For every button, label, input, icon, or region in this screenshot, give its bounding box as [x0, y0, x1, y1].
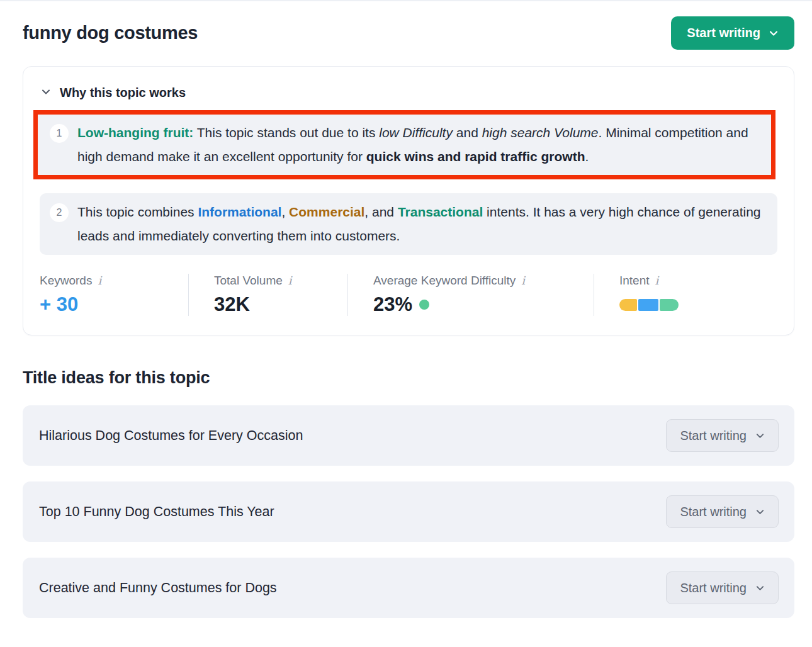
stat-keywords: Keywords i + 30 — [40, 274, 189, 316]
difficulty-label: Average Keyword Difficulty — [373, 274, 516, 288]
intent-segment-transactional — [660, 299, 679, 311]
why-topic-card-header[interactable]: Why this topic works — [40, 81, 777, 110]
topic-point-2: 2 This topic combines Informational, Com… — [40, 193, 777, 255]
total-volume-label: Total Volume — [214, 274, 283, 288]
point-number-badge: 1 — [50, 124, 69, 143]
why-topic-card-title: Why this topic works — [60, 86, 186, 100]
title-idea-text: Hilarious Dog Costumes for Every Occasio… — [39, 428, 303, 444]
title-idea-row: Hilarious Dog Costumes for Every Occasio… — [23, 405, 794, 466]
why-topic-card: Why this topic works 1 Low-hanging fruit… — [23, 66, 794, 335]
title-idea-row: Creative and Funny Costumes for Dogs Sta… — [23, 558, 794, 618]
info-icon[interactable]: i — [521, 275, 525, 286]
row-start-writing-button[interactable]: Start writing — [666, 419, 779, 452]
intent-label: Intent — [619, 274, 650, 288]
row-start-writing-label: Start writing — [680, 429, 747, 443]
row-start-writing-button[interactable]: Start writing — [666, 495, 779, 528]
intent-bar — [619, 299, 679, 311]
topic-stats-row: Keywords i + 30 Total Volume i 32K Avera… — [40, 274, 777, 316]
stat-total-volume: Total Volume i 32K — [189, 274, 348, 316]
chevron-down-icon — [769, 28, 779, 38]
intent-segment-commercial — [619, 299, 637, 311]
intent-segment-informational — [638, 299, 658, 311]
point-2-text: This topic combines Informational, Comme… — [77, 200, 765, 248]
row-start-writing-button[interactable]: Start writing — [666, 571, 779, 604]
difficulty-value: 23% — [373, 293, 412, 316]
total-volume-value: 32K — [214, 293, 347, 316]
commercial-intent-label: Commercial — [289, 205, 364, 219]
informational-intent-label: Informational — [198, 205, 281, 219]
page-header: funny dog costumes Start writing — [23, 1, 794, 50]
keywords-value: + 30 — [40, 293, 188, 316]
chevron-down-icon — [755, 507, 765, 517]
title-idea-text: Top 10 Funny Dog Costumes This Year — [39, 504, 274, 520]
transactional-intent-label: Transactional — [398, 205, 483, 219]
topic-page: funny dog costumes Start writing Why thi… — [0, 1, 812, 646]
stat-keyword-difficulty: Average Keyword Difficulty i 23% — [348, 274, 594, 316]
point-1-text: Low-hanging fruit: This topic stands out… — [77, 121, 758, 169]
collapse-chevron-icon[interactable] — [41, 87, 51, 99]
title-ideas-heading: Title ideas for this topic — [23, 368, 794, 388]
chevron-down-icon — [755, 431, 765, 441]
start-writing-button-label: Start writing — [687, 26, 760, 40]
info-icon[interactable]: i — [655, 275, 659, 286]
stat-intent: Intent i — [594, 274, 777, 316]
chevron-down-icon — [755, 583, 765, 593]
point-number-badge: 2 — [50, 203, 69, 222]
keywords-label: Keywords — [40, 274, 92, 288]
difficulty-status-dot — [419, 300, 429, 310]
title-idea-text: Creative and Funny Costumes for Dogs — [39, 580, 277, 596]
info-icon[interactable]: i — [98, 275, 101, 286]
start-writing-button[interactable]: Start writing — [671, 16, 794, 50]
row-start-writing-label: Start writing — [680, 581, 747, 595]
info-icon[interactable]: i — [288, 275, 292, 286]
row-start-writing-label: Start writing — [680, 505, 747, 519]
title-idea-row: Top 10 Funny Dog Costumes This Year Star… — [23, 481, 794, 542]
highlight-annotation: 1 Low-hanging fruit: This topic stands o… — [33, 110, 775, 179]
point-1-lead: Low-hanging fruit: — [77, 125, 193, 140]
page-title: funny dog costumes — [23, 23, 198, 43]
topic-point-1: 1 Low-hanging fruit: This topic stands o… — [38, 115, 771, 175]
